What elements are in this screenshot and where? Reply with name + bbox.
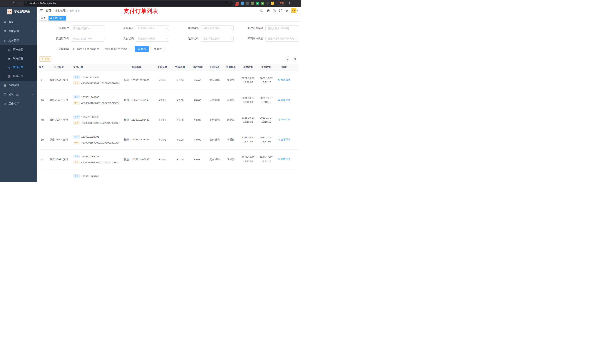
merchant-tag: 商户 [73,115,80,119]
pay-status-select[interactable]: 请选择支付状态 ▾ [136,36,169,42]
view-detail-link[interactable]: 查看详情 [278,98,290,102]
merchant-order-no-input[interactable] [266,25,298,31]
monitor-icon: ▣ [4,83,9,87]
order-id: 19 [39,117,46,123]
pay-status: 支付成功 [206,117,223,123]
filter-label: 退款状态 [169,37,201,40]
refund-status-select[interactable]: 请选择退款状态 ▾ [201,36,234,42]
share-icon[interactable]: ⇪ [225,2,227,5]
refresh-table-button[interactable] [292,56,297,62]
close-icon[interactable]: × [63,17,64,20]
merchant-input[interactable] [71,25,104,31]
notify-status: 未通知 [223,77,239,83]
tab-home[interactable]: 首页 [39,16,47,21]
sidebar-item-system[interactable]: ⚙ 系统管理 ▾ [0,27,37,36]
browser-menu-icon[interactable]: ⋮ [287,2,292,5]
view-detail-link[interactable]: 查看详情 [278,118,290,122]
sidebar-item-refund-order[interactable]: ▥ 退款订单 [0,72,37,81]
update-button[interactable]: 更新 [278,1,286,6]
channel-code-select[interactable]: 请输入渠道编码 ▾ [201,25,234,31]
fee-amount: ¥ 0.00 [171,77,189,83]
reload-button[interactable]: ↻ [12,1,17,6]
notify-status-select[interactable]: 请选择订单回调商户状态 ▾ [266,36,298,42]
pay-amount: ¥ 0.01 [154,97,171,103]
channel-order-no-input[interactable] [71,36,104,42]
create-time-range-picker[interactable]: 2021-10-01 00:00:00 - 2021-10-31 23:59:5… [71,46,132,52]
pin-extension-icon[interactable] [266,2,269,5]
refund-amount: ¥ 0.00 [189,117,206,123]
hamburger-icon[interactable] [40,10,43,12]
sidebar-item-workflow[interactable]: ▧ 工作流程 ▾ [0,99,37,108]
filter-label: 应用编号 [104,27,136,30]
search-button[interactable]: 搜索 [135,46,149,52]
order-id: 18 [39,137,46,143]
merchant-tag: 商户 [73,95,80,99]
breadcrumb-home[interactable]: 首页 [46,9,51,12]
font-size-icon[interactable]: TT [285,9,288,12]
fee-amount: ¥ 0.00 [171,157,189,162]
address-bar[interactable]: ⓘ localhost:1024/pay/order ⇪ ☆ [24,1,233,6]
document-icon: ▥ [8,75,13,78]
chevron-down-icon: ▾ [166,27,167,29]
fee-amount: ¥ 0.00 [171,97,189,103]
sidebar-item-app-info[interactable]: ▦ 应用信息 [0,54,37,63]
extension-grid-icon[interactable]: 10 [236,2,239,5]
home-button[interactable]: ⌂ [17,1,22,6]
show-search-button[interactable] [285,56,290,62]
export-button[interactable]: 导出 [39,56,51,62]
product-title [119,178,154,181]
extension-circle-icon[interactable] [246,2,249,5]
app-title: 芋道管理系统 [14,10,30,13]
logo-image [7,9,12,14]
sidebar-item-merchant-info[interactable]: ▤ 商户信息 [0,45,37,54]
filter-label: 渠道订单号 [39,37,71,40]
v-logo-icon[interactable]: V [256,2,259,5]
github-icon[interactable] [266,9,270,13]
actions-cell: 查看详情 [275,117,293,123]
sidebar-item-home[interactable]: ◉ 首页 [0,17,37,27]
chevron-down-icon: ▾ [231,27,232,29]
notify-status: 未通知 [223,117,239,123]
app-navbar: 首页 / 支付管理 / 支付订单 支付订单列表 ? TT ▾ [37,7,301,15]
product-title: 标题：1635311823086 [119,136,154,143]
pay-channel [46,178,71,181]
filter-label: 商户订单编号 [234,27,266,30]
site-info-icon[interactable]: ⓘ [26,2,28,5]
sidebar-item-infrastructure[interactable]: ▣ 基础设施 ▾ [0,81,37,90]
sidebar-item-pay-order[interactable]: ◎ 支付订单 [0,63,37,72]
pay-channel: 微信 JSAPI 支付 [46,97,71,103]
pay-time: 2021-10-27 13:11:15 [257,154,275,165]
filter-notify-status: 回调商户状态 请选择订单回调商户状态 ▾ [234,36,298,42]
sidebar-item-dev-tools[interactable]: ⚒ 研发工具 ▾ [0,90,37,99]
reset-button[interactable]: 重置 [151,46,165,52]
breadcrumb-payment[interactable]: 支付管理 [55,9,65,12]
emoji-extension-icon[interactable] [271,2,274,5]
notify-status [223,178,239,181]
view-detail-link[interactable]: 查看详情 [278,138,290,141]
search-icon [287,58,289,60]
view-detail-link[interactable]: 查看详情 [278,158,290,161]
back-button[interactable]: ← [2,1,6,6]
search-icon[interactable] [259,9,263,13]
date-end: 2021-10-31 23:59:59 [105,48,127,51]
help-icon[interactable]: ? [273,9,276,12]
chat-extension-icon[interactable]: ▣ [261,2,264,5]
app-id-select[interactable]: 请选择应用信息 ▾ [136,25,169,31]
app-logo[interactable]: 芋道管理系统 [0,7,37,17]
forward-button[interactable]: → [7,1,11,6]
fullscreen-icon[interactable] [279,9,282,13]
pay-tag: 支付 [73,101,80,105]
bookmark-star-icon[interactable]: ☆ [228,2,231,5]
pay-time: 2021-10-27 13:19:15 [257,94,275,105]
sidebar-item-payment[interactable]: ¥ 支付管理 ▴ [0,36,37,45]
tab-pay-order[interactable]: 支付订单 × [49,16,66,21]
view-detail-link[interactable]: 查看详情 [278,79,290,82]
url-text[interactable]: localhost:1024/pay/order [30,2,224,5]
chevron-up-icon: ▴ [32,40,33,42]
clock-icon [73,48,75,50]
drop-pin-icon[interactable] [241,2,244,5]
order-id: 20 [39,97,46,103]
user-menu[interactable]: ▾ [291,8,298,13]
table-row: 商户 1635311195786 支付 查看详情 [39,169,298,182]
extension-olive-icon[interactable] [251,2,254,5]
